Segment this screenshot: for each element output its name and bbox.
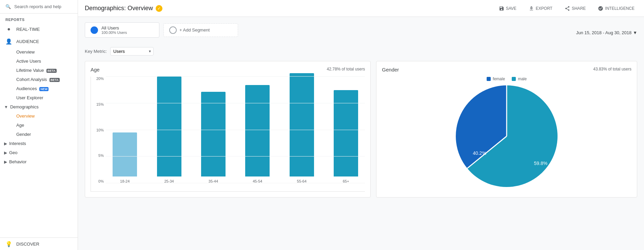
add-segment-label: + Add Segment [179,27,210,33]
person-icon: 👤 [5,38,12,45]
sidebar-item-audience[interactable]: 👤 AUDIENCE [0,35,78,47]
bar-label-55-64: 55-64 [297,179,307,183]
bar-label-35-44: 35-44 [209,179,218,183]
save-label: SAVE [506,6,516,11]
segment-bar: All Users 100.00% Users + Add Segment [85,22,238,38]
bar-group-45-54[interactable]: 45-54 [238,85,276,183]
bar-group-65plus[interactable]: 65+ [327,90,365,183]
verified-icon: ✓ [156,5,162,12]
save-button[interactable]: SAVE [496,4,519,13]
behavior-section[interactable]: ▶ Behavior [0,157,78,166]
sidebar-item-active-users[interactable]: Active Users [11,57,78,66]
bar-18-24[interactable] [113,132,137,176]
gender-chart-header: Gender 43.83% of total users [382,67,631,72]
chevron-right-icon3: ▶ [4,160,7,164]
bulb-icon: 💡 [5,241,12,247]
top-bar: Demographics: Overview ✓ SAVE EXPORT SHA… [78,0,644,17]
new-badge: NEW [39,87,48,91]
intelligence-button[interactable]: INTELLIGENCE [595,4,637,13]
pie-chart-svg [456,85,558,187]
age-bar-chart: 0% 5% 10% 15% 20% [91,77,365,192]
grid-line-50 [106,130,365,130]
interests-label: Interests [9,141,26,146]
audience-subitems: Overview Active Users Lifetime Value BET… [0,47,78,102]
intelligence-icon [598,6,603,11]
chevron-right-icon: ▶ [4,141,7,146]
sidebar-item-demo-overview[interactable]: Overview [11,111,78,121]
sidebar: 🔍 Search reports and help Reports ● REAL… [0,0,78,250]
bar-65plus[interactable] [334,90,358,176]
chevron-down-icon: ▼ [4,105,8,109]
bar-45-54[interactable] [245,85,270,176]
share-label: SHARE [572,6,586,11]
sidebar-item-lifetime-value[interactable]: Lifetime Value BETA [11,66,78,75]
demographics-label: Demographics [10,104,39,109]
bar-group-25-34[interactable]: 25-34 [150,77,188,183]
bar-label-65plus: 65+ [343,179,349,183]
bar-label-25-34: 25-34 [164,179,174,183]
main-content: Demographics: Overview ✓ SAVE EXPORT SHA… [78,0,644,250]
sidebar-item-cohort-analysis[interactable]: Cohort Analysis BETA [11,75,78,84]
date-range-text: Jun 15, 2018 - Aug 30, 2018 [576,30,631,35]
grid-line-0 [106,183,365,183]
content-area: All Users 100.00% Users + Add Segment Ju… [78,17,644,250]
share-button[interactable]: SHARE [562,4,588,13]
segment-sub: 100.00% Users [101,30,127,35]
grid-line-100 [106,76,365,77]
date-range-chevron: ▼ [633,30,637,35]
age-chart-subtitle: 42.78% of total users [327,67,365,71]
bar-group-18-24[interactable]: 18-24 [106,132,144,183]
export-icon [529,6,534,11]
y-label-15: 15% [91,102,104,106]
chevron-right-icon2: ▶ [4,150,7,155]
bar-35-44[interactable] [201,92,226,176]
sidebar-item-user-explorer[interactable]: User Explorer [11,93,78,102]
sidebar-item-gender[interactable]: Gender [11,130,78,139]
bar-label-18-24: 18-24 [120,179,130,183]
demographics-section[interactable]: ▼ Demographics [0,102,78,111]
sidebar-item-age[interactable]: Age [11,121,78,130]
clock-icon: ● [5,26,12,33]
behavior-label: Behavior [9,159,26,164]
demographics-subitems: Overview Age Gender [0,111,78,139]
female-label: female [493,77,505,81]
sidebar-item-discover[interactable]: 💡 DISCOVER [0,237,78,250]
sidebar-item-audiences[interactable]: Audiences NEW [11,84,78,93]
date-range-picker[interactable]: Jun 15, 2018 - Aug 30, 2018 ▼ [576,30,637,35]
interests-section[interactable]: ▶ Interests [0,139,78,148]
pie-legend: female male [487,77,527,81]
male-legend-dot [512,77,516,81]
bar-chart-area: 0% 5% 10% 15% 20% [91,77,365,192]
y-label-0: 0% [91,179,104,183]
sidebar-item-realtime[interactable]: ● REAL-TIME [0,23,78,35]
geo-label: Geo [9,150,18,155]
geo-section[interactable]: ▶ Geo [0,148,78,157]
sidebar-item-overview[interactable]: Overview [11,47,78,57]
segment-all-users[interactable]: All Users 100.00% Users [85,22,159,38]
export-label: EXPORT [536,6,552,11]
reports-label: Reports [0,14,78,23]
beta-badge: BETA [46,69,57,73]
bar-group-35-44[interactable]: 35-44 [194,92,232,183]
y-axis-labels: 0% 5% 10% 15% 20% [91,77,104,183]
legend-female: female [487,77,505,81]
page-title-text: Demographics: Overview [85,5,153,12]
save-icon [499,6,504,11]
bar-group-55-64[interactable]: 55-64 [283,73,321,183]
discover-label: DISCOVER [16,242,39,247]
bar-label-45-54: 45-54 [253,179,262,183]
bar-25-34[interactable] [157,77,181,176]
key-metric-select-wrapper: Users Sessions Bounce Rate Pages / Sessi… [110,47,154,56]
gender-chart-subtitle: 43.83% of total users [593,67,631,71]
key-metric-select[interactable]: Users Sessions Bounce Rate Pages / Sessi… [110,47,154,56]
age-chart-header: Age 42.78% of total users [91,67,365,72]
age-chart-card: Age 42.78% of total users 0% 5% 10% 15% … [85,61,371,197]
add-segment-button[interactable]: + Add Segment [163,23,238,37]
audience-label: AUDIENCE [16,39,39,44]
export-button[interactable]: EXPORT [526,4,555,13]
key-metric-label: Key Metric: [85,49,107,54]
gender-chart-title: Gender [382,67,399,72]
bar-55-64[interactable] [290,73,314,176]
search-bar[interactable]: 🔍 Search reports and help [0,0,78,14]
charts-row: Age 42.78% of total users 0% 5% 10% 15% … [85,61,637,197]
